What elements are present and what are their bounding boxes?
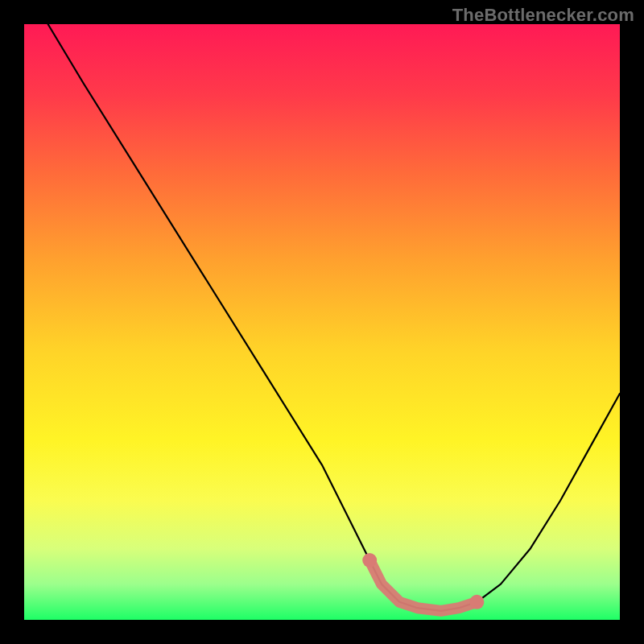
optimal-zone-marker bbox=[369, 560, 477, 611]
chart-frame: TheBottlenecker.com bbox=[0, 0, 644, 644]
watermark-text: TheBottlenecker.com bbox=[452, 5, 634, 26]
optimal-zone-end-dot bbox=[362, 553, 377, 568]
optimal-zone-end-dot bbox=[469, 595, 484, 609]
plot-area bbox=[24, 24, 620, 620]
curve-svg bbox=[24, 24, 620, 620]
bottleneck-curve bbox=[48, 24, 620, 611]
